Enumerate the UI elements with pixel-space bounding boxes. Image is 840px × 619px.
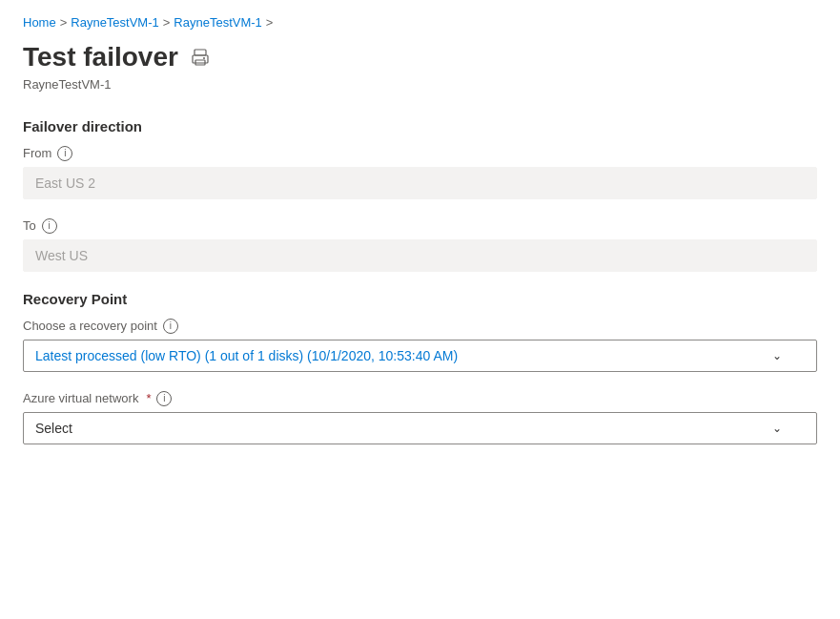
from-label: From <box>23 146 51 160</box>
svg-rect-1 <box>193 55 208 63</box>
to-info-icon[interactable]: i <box>42 218 57 234</box>
recovery-point-dropdown[interactable]: Latest processed (low RTO) (1 out of 1 d… <box>23 340 817 372</box>
azure-network-section: Azure virtual network * i Select ⌄ <box>23 391 817 444</box>
recovery-point-value: Latest processed (low RTO) (1 out of 1 d… <box>35 348 772 363</box>
page-container: Home > RayneTestVM-1 > RayneTestVM-1 > T… <box>0 0 840 619</box>
azure-network-label: Azure virtual network <box>23 391 138 405</box>
breadcrumb-separator-3: > <box>266 15 274 30</box>
from-label-row: From i <box>23 146 817 161</box>
azure-network-chevron-icon: ⌄ <box>772 422 782 435</box>
from-field: East US 2 <box>23 167 817 199</box>
print-icon[interactable] <box>190 47 211 68</box>
azure-network-value: Select <box>35 421 772 436</box>
azure-network-info-icon[interactable]: i <box>156 391 172 406</box>
breadcrumb: Home > RayneTestVM-1 > RayneTestVM-1 > <box>23 15 817 30</box>
breadcrumb-separator-2: > <box>163 15 171 30</box>
svg-rect-0 <box>195 50 206 55</box>
recovery-point-label: Choose a recovery point <box>23 319 157 333</box>
azure-network-required: * <box>146 391 151 405</box>
from-info-icon[interactable]: i <box>57 146 72 161</box>
recovery-point-info-icon[interactable]: i <box>163 319 178 334</box>
breadcrumb-separator-1: > <box>60 15 68 30</box>
breadcrumb-vm-1[interactable]: RayneTestVM-1 <box>71 15 158 30</box>
page-title: Test failover <box>23 41 178 73</box>
recovery-point-heading: Recovery Point <box>23 291 817 307</box>
breadcrumb-home[interactable]: Home <box>23 15 56 30</box>
to-label: To <box>23 218 36 233</box>
azure-network-label-row: Azure virtual network * i <box>23 391 817 406</box>
recovery-point-chevron-icon: ⌄ <box>772 349 782 362</box>
azure-network-dropdown[interactable]: Select ⌄ <box>23 412 817 444</box>
failover-direction-section: Failover direction From i East US 2 To i… <box>23 118 817 272</box>
to-label-row: To i <box>23 218 817 234</box>
recovery-point-section: Recovery Point Choose a recovery point i… <box>23 291 817 372</box>
to-field: West US <box>23 239 817 272</box>
recovery-point-label-row: Choose a recovery point i <box>23 319 817 334</box>
breadcrumb-vm-2[interactable]: RayneTestVM-1 <box>174 15 261 30</box>
failover-direction-heading: Failover direction <box>23 118 817 134</box>
svg-point-3 <box>203 57 205 59</box>
page-subtitle: RayneTestVM-1 <box>23 77 817 92</box>
page-title-row: Test failover <box>23 41 817 73</box>
